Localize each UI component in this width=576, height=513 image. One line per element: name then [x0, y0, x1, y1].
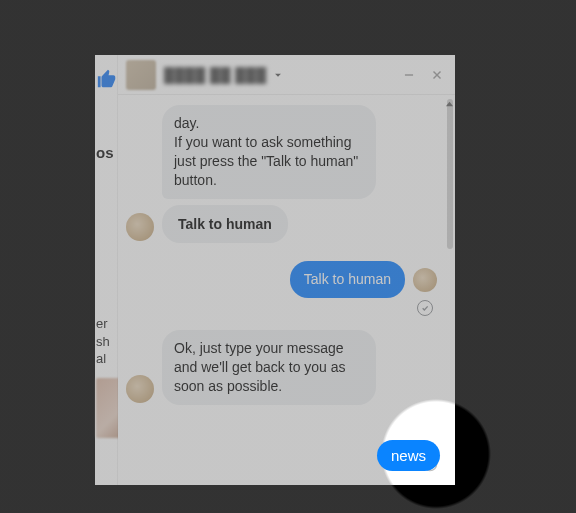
close-button[interactable]	[425, 63, 449, 87]
user-message-text: news	[391, 447, 426, 464]
scrollbar-thumb[interactable]	[447, 99, 453, 249]
chat-title: ████ ██ ███	[164, 67, 267, 83]
message-row: Talk to human	[126, 261, 439, 298]
user-message-news: news	[377, 440, 440, 471]
user-message: Talk to human	[290, 261, 405, 298]
delivery-status-row	[126, 300, 439, 320]
page-avatar-small	[413, 268, 437, 292]
chevron-down-icon	[271, 68, 285, 82]
bot-message: Ok, just type your message and we'll get…	[162, 330, 376, 405]
delivered-check-icon	[417, 300, 433, 316]
quick-reply-suggestion[interactable]: Talk to human	[162, 205, 288, 244]
chat-header-avatar[interactable]	[126, 60, 156, 90]
chat-header: ████ ██ ███	[118, 55, 455, 95]
chat-body: day. If you want to ask something just p…	[118, 95, 445, 485]
chat-window: ████ ██ ███ day. If you want to ask some…	[118, 55, 455, 485]
message-row: Talk to human	[126, 205, 439, 244]
bot-avatar[interactable]	[126, 213, 154, 241]
bot-avatar[interactable]	[126, 375, 154, 403]
scrollbar[interactable]	[447, 99, 453, 479]
background-side-text: er sh al	[96, 315, 110, 368]
background-text-os: os	[96, 144, 114, 161]
thumbs-up-icon	[96, 68, 118, 90]
message-row: Ok, just type your message and we'll get…	[126, 330, 439, 405]
minimize-button[interactable]	[397, 63, 421, 87]
chat-title-button[interactable]: ████ ██ ███	[164, 67, 393, 83]
message-row: day. If you want to ask something just p…	[126, 105, 439, 199]
bot-message: day. If you want to ask something just p…	[162, 105, 376, 199]
